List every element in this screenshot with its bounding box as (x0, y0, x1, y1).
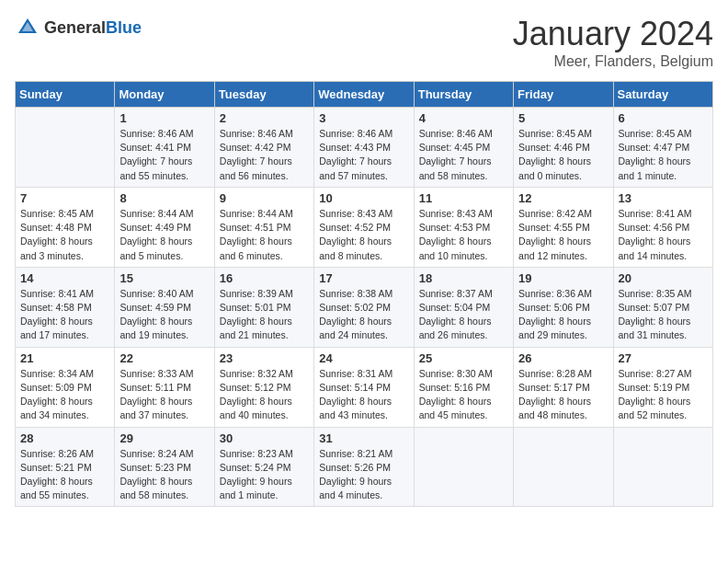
day-info: Sunrise: 8:38 AMSunset: 5:02 PMDaylight:… (319, 287, 408, 343)
calendar-cell-w4d3: 31 Sunrise: 8:21 AMSunset: 5:26 PMDaylig… (314, 427, 414, 507)
month-title: January 2024 (513, 15, 713, 53)
logo-blue: Blue (106, 18, 142, 37)
logo-text: GeneralBlue (44, 18, 142, 38)
day-info: Sunrise: 8:42 AMSunset: 4:55 PMDaylight:… (518, 207, 608, 263)
day-number: 9 (220, 191, 309, 205)
calendar-cell-w4d2: 30 Sunrise: 8:23 AMSunset: 5:24 PMDaylig… (214, 427, 313, 507)
calendar-body: 1 Sunrise: 8:46 AMSunset: 4:41 PMDayligh… (16, 108, 713, 507)
day-number: 11 (419, 191, 508, 205)
calendar-cell-w4d5 (514, 427, 613, 507)
day-number: 2 (220, 111, 309, 125)
day-number: 30 (220, 431, 309, 445)
day-info: Sunrise: 8:41 AMSunset: 4:58 PMDaylight:… (20, 287, 109, 343)
day-info: Sunrise: 8:46 AMSunset: 4:45 PMDaylight:… (419, 127, 508, 183)
header: GeneralBlue January 2024 Meer, Flanders,… (15, 15, 713, 70)
calendar-cell-w1d2: 9 Sunrise: 8:44 AMSunset: 4:51 PMDayligh… (214, 187, 313, 267)
day-number: 12 (518, 191, 608, 205)
day-info: Sunrise: 8:30 AMSunset: 5:16 PMDaylight:… (419, 367, 508, 423)
day-number: 1 (119, 111, 209, 125)
day-info: Sunrise: 8:45 AMSunset: 4:47 PMDaylight:… (619, 127, 708, 183)
calendar-cell-w3d1: 22 Sunrise: 8:33 AMSunset: 5:11 PMDaylig… (115, 347, 214, 427)
day-number: 21 (20, 351, 109, 365)
day-info: Sunrise: 8:43 AMSunset: 4:53 PMDaylight:… (419, 207, 508, 263)
day-info: Sunrise: 8:44 AMSunset: 4:49 PMDaylight:… (119, 207, 209, 263)
day-number: 27 (619, 351, 708, 365)
day-number: 17 (319, 271, 408, 285)
day-number: 26 (518, 351, 608, 365)
day-number: 13 (619, 191, 708, 205)
calendar-cell-w4d6 (613, 427, 712, 507)
day-info: Sunrise: 8:46 AMSunset: 4:42 PMDaylight:… (220, 127, 309, 183)
day-info: Sunrise: 8:45 AMSunset: 4:48 PMDaylight:… (20, 207, 109, 263)
day-info: Sunrise: 8:33 AMSunset: 5:11 PMDaylight:… (119, 367, 209, 423)
calendar-week-4: 28 Sunrise: 8:26 AMSunset: 5:21 PMDaylig… (16, 427, 713, 507)
calendar-cell-w2d3: 17 Sunrise: 8:38 AMSunset: 5:02 PMDaylig… (314, 267, 414, 347)
th-tuesday: Tuesday (214, 82, 313, 108)
day-number: 15 (119, 271, 209, 285)
day-number: 24 (319, 351, 408, 365)
th-sunday: Sunday (16, 82, 115, 108)
th-wednesday: Wednesday (314, 82, 414, 108)
th-saturday: Saturday (613, 82, 712, 108)
day-number: 19 (518, 271, 608, 285)
calendar-cell-w0d4: 4 Sunrise: 8:46 AMSunset: 4:45 PMDayligh… (414, 108, 513, 188)
day-number: 3 (319, 111, 408, 125)
day-number: 31 (319, 431, 408, 445)
calendar-header: Sunday Monday Tuesday Wednesday Thursday… (16, 82, 713, 108)
day-info: Sunrise: 8:46 AMSunset: 4:41 PMDaylight:… (119, 127, 209, 183)
calendar-cell-w3d6: 27 Sunrise: 8:27 AMSunset: 5:19 PMDaylig… (613, 347, 712, 427)
day-number: 14 (20, 271, 109, 285)
day-info: Sunrise: 8:41 AMSunset: 4:56 PMDaylight:… (619, 207, 708, 263)
logo-general: General (44, 18, 106, 37)
day-info: Sunrise: 8:35 AMSunset: 5:07 PMDaylight:… (619, 287, 708, 343)
calendar-cell-w0d6: 6 Sunrise: 8:45 AMSunset: 4:47 PMDayligh… (613, 108, 712, 188)
location-title: Meer, Flanders, Belgium (513, 53, 713, 70)
day-info: Sunrise: 8:36 AMSunset: 5:06 PMDaylight:… (518, 287, 608, 343)
calendar-cell-w1d5: 12 Sunrise: 8:42 AMSunset: 4:55 PMDaylig… (514, 187, 613, 267)
weekday-row: Sunday Monday Tuesday Wednesday Thursday… (16, 82, 713, 108)
day-info: Sunrise: 8:40 AMSunset: 4:59 PMDaylight:… (119, 287, 209, 343)
day-info: Sunrise: 8:45 AMSunset: 4:46 PMDaylight:… (518, 127, 608, 183)
day-number: 20 (619, 271, 708, 285)
calendar-cell-w0d3: 3 Sunrise: 8:46 AMSunset: 4:43 PMDayligh… (314, 108, 414, 188)
day-info: Sunrise: 8:31 AMSunset: 5:14 PMDaylight:… (319, 367, 408, 423)
calendar-cell-w4d1: 29 Sunrise: 8:24 AMSunset: 5:23 PMDaylig… (115, 427, 214, 507)
th-friday: Friday (514, 82, 613, 108)
day-number: 28 (20, 431, 109, 445)
calendar-cell-w2d2: 16 Sunrise: 8:39 AMSunset: 5:01 PMDaylig… (214, 267, 313, 347)
calendar-cell-w1d0: 7 Sunrise: 8:45 AMSunset: 4:48 PMDayligh… (16, 187, 115, 267)
th-monday: Monday (115, 82, 214, 108)
day-number: 8 (119, 191, 209, 205)
calendar-cell-w1d4: 11 Sunrise: 8:43 AMSunset: 4:53 PMDaylig… (414, 187, 513, 267)
calendar-cell-w3d3: 24 Sunrise: 8:31 AMSunset: 5:14 PMDaylig… (314, 347, 414, 427)
day-number: 23 (220, 351, 309, 365)
day-number: 22 (119, 351, 209, 365)
calendar-cell-w2d6: 20 Sunrise: 8:35 AMSunset: 5:07 PMDaylig… (613, 267, 712, 347)
th-thursday: Thursday (414, 82, 513, 108)
day-info: Sunrise: 8:46 AMSunset: 4:43 PMDaylight:… (319, 127, 408, 183)
calendar-cell-w0d0 (16, 108, 115, 188)
day-info: Sunrise: 8:26 AMSunset: 5:21 PMDaylight:… (20, 447, 109, 503)
day-number: 7 (20, 191, 109, 205)
calendar-cell-w1d6: 13 Sunrise: 8:41 AMSunset: 4:56 PMDaylig… (613, 187, 712, 267)
day-info: Sunrise: 8:37 AMSunset: 5:04 PMDaylight:… (419, 287, 508, 343)
calendar-cell-w3d2: 23 Sunrise: 8:32 AMSunset: 5:12 PMDaylig… (214, 347, 313, 427)
day-info: Sunrise: 8:27 AMSunset: 5:19 PMDaylight:… (619, 367, 708, 423)
calendar-cell-w0d1: 1 Sunrise: 8:46 AMSunset: 4:41 PMDayligh… (115, 108, 214, 188)
day-info: Sunrise: 8:34 AMSunset: 5:09 PMDaylight:… (20, 367, 109, 423)
day-info: Sunrise: 8:23 AMSunset: 5:24 PMDaylight:… (220, 447, 309, 503)
day-info: Sunrise: 8:43 AMSunset: 4:52 PMDaylight:… (319, 207, 408, 263)
calendar-cell-w2d4: 18 Sunrise: 8:37 AMSunset: 5:04 PMDaylig… (414, 267, 513, 347)
day-number: 4 (419, 111, 508, 125)
calendar-cell-w4d0: 28 Sunrise: 8:26 AMSunset: 5:21 PMDaylig… (16, 427, 115, 507)
calendar-week-1: 7 Sunrise: 8:45 AMSunset: 4:48 PMDayligh… (16, 187, 713, 267)
day-number: 29 (119, 431, 209, 445)
calendar-week-2: 14 Sunrise: 8:41 AMSunset: 4:58 PMDaylig… (16, 267, 713, 347)
calendar-table: Sunday Monday Tuesday Wednesday Thursday… (15, 81, 713, 507)
calendar-cell-w3d0: 21 Sunrise: 8:34 AMSunset: 5:09 PMDaylig… (16, 347, 115, 427)
calendar-cell-w1d1: 8 Sunrise: 8:44 AMSunset: 4:49 PMDayligh… (115, 187, 214, 267)
day-number: 18 (419, 271, 508, 285)
day-info: Sunrise: 8:44 AMSunset: 4:51 PMDaylight:… (220, 207, 309, 263)
title-area: January 2024 Meer, Flanders, Belgium (513, 15, 713, 70)
day-number: 6 (619, 111, 708, 125)
